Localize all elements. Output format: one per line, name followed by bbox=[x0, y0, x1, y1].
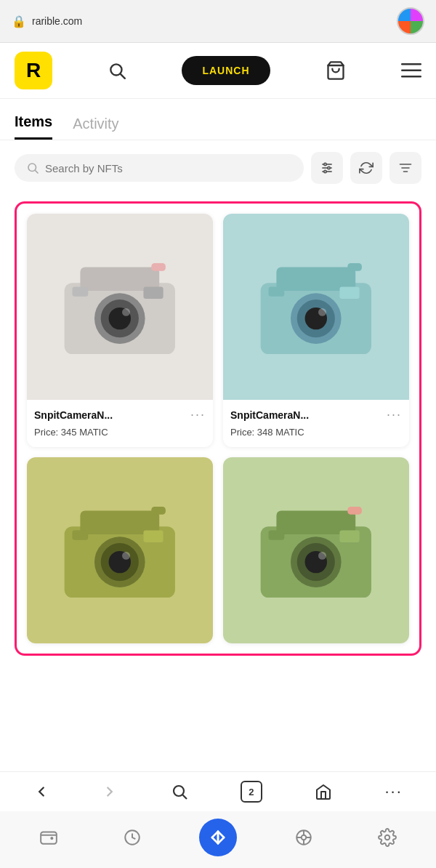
app-bottom-bar bbox=[0, 811, 436, 868]
tabs-section: Items Activity bbox=[0, 99, 436, 140]
sort-filter-button[interactable] bbox=[389, 152, 421, 184]
swap-button[interactable] bbox=[199, 819, 237, 856]
nft-image-2 bbox=[223, 214, 409, 400]
nft-menu-2[interactable]: ··· bbox=[387, 407, 402, 422]
bag-button[interactable] bbox=[326, 60, 346, 81]
forward-button[interactable] bbox=[102, 784, 118, 800]
nft-image-1 bbox=[27, 214, 213, 400]
svg-rect-3 bbox=[401, 63, 421, 65]
svg-point-22 bbox=[122, 308, 130, 316]
nft-name-2: SnpitCameraN... bbox=[230, 409, 309, 421]
svg-rect-25 bbox=[152, 263, 166, 271]
swap-icon bbox=[208, 827, 228, 848]
search-icon bbox=[108, 61, 126, 80]
camera-svg-1 bbox=[41, 228, 199, 386]
bag-icon bbox=[326, 60, 346, 81]
svg-rect-32 bbox=[269, 287, 285, 297]
avatar[interactable] bbox=[397, 7, 424, 35]
search-input[interactable] bbox=[45, 162, 292, 174]
nft-image-4 bbox=[223, 457, 409, 643]
back-icon bbox=[33, 784, 49, 800]
nft-image-3 bbox=[27, 457, 213, 643]
sort-icon bbox=[398, 161, 413, 175]
explore-button[interactable] bbox=[288, 821, 320, 853]
nft-info-2: SnpitCameraN... ··· Price: 348 MATIC bbox=[223, 400, 409, 447]
svg-point-6 bbox=[28, 164, 36, 172]
clock-icon bbox=[123, 828, 142, 847]
svg-point-49 bbox=[318, 552, 326, 560]
svg-rect-42 bbox=[144, 531, 164, 542]
refresh-icon bbox=[359, 161, 374, 175]
lock-icon: 🔒 bbox=[12, 15, 26, 28]
svg-point-13 bbox=[324, 170, 326, 172]
tab-activity[interactable]: Activity bbox=[73, 116, 118, 140]
bottom-nav: 2 ··· bbox=[0, 771, 436, 868]
svg-rect-52 bbox=[348, 507, 363, 515]
search-wrap[interactable] bbox=[15, 154, 304, 182]
svg-point-12 bbox=[328, 166, 330, 169]
refresh-button[interactable] bbox=[350, 152, 382, 184]
hamburger-icon bbox=[401, 63, 421, 78]
nft-card-2[interactable]: SnpitCameraN... ··· Price: 348 MATIC bbox=[223, 214, 409, 447]
browser-url: rarible.com bbox=[32, 15, 82, 27]
history-button[interactable] bbox=[116, 821, 148, 853]
svg-point-65 bbox=[385, 835, 390, 840]
nft-name-1: SnpitCameraN... bbox=[34, 409, 113, 421]
svg-point-40 bbox=[122, 552, 130, 560]
nft-card-4[interactable] bbox=[223, 457, 409, 643]
camera-svg-4 bbox=[237, 471, 395, 630]
app-navbar: R LAUNCH bbox=[0, 43, 436, 99]
camera-svg-3 bbox=[41, 471, 199, 630]
nft-menu-1[interactable]: ··· bbox=[190, 407, 206, 422]
nft-card-1[interactable]: SnpitCameraN... ··· Price: 345 MATIC bbox=[27, 214, 213, 447]
browser-bottom-nav: 2 ··· bbox=[0, 772, 436, 811]
svg-rect-50 bbox=[269, 531, 285, 540]
svg-rect-51 bbox=[340, 531, 360, 542]
settings-button[interactable] bbox=[371, 821, 403, 853]
svg-line-7 bbox=[35, 170, 38, 173]
home-icon bbox=[315, 783, 332, 800]
camera-svg-2 bbox=[237, 228, 395, 386]
nft-price-1: Price: 345 MATIC bbox=[34, 427, 108, 438]
launch-button[interactable]: LAUNCH bbox=[182, 56, 270, 85]
explore-icon bbox=[294, 828, 313, 847]
browser-search-button[interactable] bbox=[171, 783, 188, 800]
svg-line-1 bbox=[121, 74, 125, 79]
nft-card-3[interactable] bbox=[27, 457, 213, 643]
back-button[interactable] bbox=[33, 784, 49, 800]
svg-point-11 bbox=[324, 163, 326, 165]
filter-sliders-button[interactable] bbox=[311, 152, 343, 184]
sliders-icon bbox=[320, 161, 334, 175]
search-small-icon bbox=[26, 161, 39, 174]
nft-info-1: SnpitCameraN... ··· Price: 345 MATIC bbox=[27, 400, 213, 447]
search-filter-bar bbox=[0, 140, 436, 196]
wallet-icon bbox=[39, 828, 58, 847]
tab-items[interactable]: Items bbox=[15, 113, 52, 140]
more-button[interactable]: ··· bbox=[384, 782, 402, 801]
settings-icon bbox=[378, 828, 397, 847]
svg-point-53 bbox=[174, 786, 184, 796]
tab-count-button[interactable]: 2 bbox=[241, 781, 262, 803]
svg-rect-5 bbox=[401, 76, 421, 78]
svg-rect-34 bbox=[348, 263, 363, 271]
svg-rect-24 bbox=[144, 287, 164, 299]
svg-rect-33 bbox=[340, 287, 360, 299]
rarible-logo[interactable]: R bbox=[15, 52, 52, 89]
nft-grid: SnpitCameraN... ··· Price: 345 MATIC bbox=[15, 201, 421, 656]
home-button[interactable] bbox=[315, 783, 332, 800]
wallet-button[interactable] bbox=[33, 821, 65, 853]
svg-rect-4 bbox=[401, 70, 421, 72]
svg-rect-23 bbox=[73, 287, 89, 297]
nft-grid-section: SnpitCameraN... ··· Price: 345 MATIC bbox=[0, 196, 436, 667]
more-dots: ··· bbox=[384, 782, 402, 801]
nft-price-2: Price: 348 MATIC bbox=[230, 427, 304, 438]
svg-point-60 bbox=[302, 835, 307, 840]
svg-point-31 bbox=[318, 308, 326, 316]
menu-button[interactable] bbox=[401, 63, 421, 78]
svg-rect-41 bbox=[73, 531, 89, 540]
search-button[interactable] bbox=[108, 61, 126, 80]
forward-icon bbox=[102, 784, 118, 800]
browser-search-icon bbox=[171, 783, 188, 800]
browser-bar: 🔒 rarible.com bbox=[0, 0, 436, 43]
svg-rect-55 bbox=[41, 832, 57, 843]
